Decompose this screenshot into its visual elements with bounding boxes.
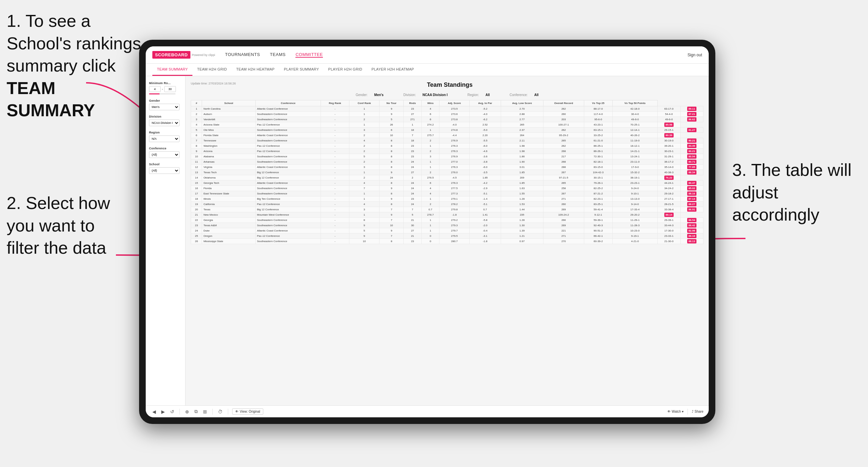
conference-select[interactable]: (All) <box>149 151 180 158</box>
school-cell: Illinois <box>202 196 256 202</box>
data-cell: 27 <box>404 170 422 175</box>
toolbar-clock[interactable]: ⏱ <box>217 408 224 415</box>
data-cell: 80.39 <box>657 133 680 138</box>
toolbar-grid[interactable]: ⊞ <box>202 408 208 415</box>
data-cell: 80.47 <box>680 181 703 186</box>
nav-committee[interactable]: COMMITTEE <box>296 52 323 58</box>
watch-btn[interactable]: 👁 Watch ▾ <box>667 410 684 413</box>
data-cell: 86-25-1 <box>584 144 612 149</box>
data-cell: 85.02 <box>680 186 703 191</box>
data-cell: 276.3 <box>439 149 470 154</box>
table-row: 16FloridaSoutheastern Conference-7924427… <box>191 186 704 191</box>
data-cell: 1 <box>422 144 439 149</box>
data-cell: - <box>321 186 349 191</box>
data-cell: 0.7 <box>469 207 501 212</box>
data-cell: 17 <box>191 191 202 196</box>
school-cell: Duke <box>202 228 256 234</box>
data-cell: 8 <box>379 239 404 244</box>
data-cell: 3 <box>349 165 379 170</box>
conference-cell: Atlantic Coast Conference <box>256 165 321 170</box>
col-school: School <box>202 100 256 106</box>
toolbar-divider-2 <box>212 409 213 415</box>
data-cell: 80.94 <box>680 154 703 159</box>
data-cell: - <box>321 234 349 239</box>
data-cell: 87.14 <box>680 196 703 202</box>
data-cell: 20 <box>191 207 202 212</box>
toolbar-forward[interactable]: ▶ <box>160 408 166 415</box>
data-cell: 1.21 <box>501 234 543 239</box>
data-cell: -5.5 <box>469 138 501 144</box>
data-cell: 0 <box>422 239 439 244</box>
score-badge: 88.34 <box>687 170 696 175</box>
data-cell: 9 <box>379 228 404 234</box>
data-cell: 24 <box>404 165 422 170</box>
score-badge: 88.13 <box>687 239 696 243</box>
conference-cell: Big Ten Conference <box>256 196 321 202</box>
school-cell: Washington <box>202 144 256 149</box>
nav-tournaments[interactable]: TOURNAMENTS <box>225 52 260 58</box>
data-cell: 278.2 <box>439 202 470 207</box>
update-time: Update time: 27/03/2024 16:56:26 <box>191 82 236 86</box>
data-cell: 24 <box>404 186 422 191</box>
data-cell: 1.55 <box>501 191 543 196</box>
share-btn[interactable]: ⤴ Share <box>692 410 704 413</box>
data-cell: 43-23-1 <box>584 122 612 127</box>
data-cell: 1.85 <box>501 170 543 175</box>
school-select[interactable]: (All) <box>149 167 180 174</box>
data-cell: 27-17-1 <box>657 196 680 202</box>
logo-box: SCOREBOARD <box>152 51 190 59</box>
data-cell: 1.90 <box>501 159 543 165</box>
data-cell: 3 <box>349 127 379 133</box>
score-badge: 86.91 <box>687 207 696 212</box>
table-row: 2AuburnSoutheastern Conference-19276273.… <box>191 112 704 117</box>
data-cell: 82-23-1 <box>584 196 612 202</box>
data-cell: -4.5 <box>439 175 470 181</box>
max-input[interactable] <box>164 86 176 92</box>
tab-team-h2h-grid[interactable]: TEAM H2H GRID <box>192 64 231 76</box>
view-original-btn[interactable]: 👁 View: Original <box>232 408 263 415</box>
data-cell: 270 <box>543 239 584 244</box>
sign-out-btn[interactable]: Sign out <box>687 53 702 57</box>
range-separator: - <box>162 88 163 91</box>
toolbar-refresh[interactable]: ↺ <box>169 408 176 415</box>
tab-team-h2h-heatmap[interactable]: TEAM H2H HEATMAP <box>231 64 279 76</box>
data-cell: 34-24-2 <box>657 186 680 191</box>
toolbar-copy[interactable]: ⧉ <box>193 408 199 415</box>
division-select[interactable]: NCAA Division I NCAA Division II NCAA Di… <box>149 120 180 126</box>
data-cell: 266 <box>543 218 584 223</box>
data-cell: -4.2 <box>469 181 501 186</box>
tab-player-h2h-heatmap[interactable]: PLAYER H2H HEATMAP <box>367 64 418 76</box>
tab-team-summary[interactable]: TEAM SUMMARY <box>152 64 192 76</box>
watch-caret: ▾ <box>682 410 684 413</box>
score-badge: 85.02 <box>687 186 696 190</box>
conference-cell: Atlantic Coast Conference <box>256 181 321 186</box>
toolbar-bookmark[interactable]: ⊕ <box>184 408 190 415</box>
data-cell: 276.9 <box>439 154 470 159</box>
tab-player-summary[interactable]: PLAYER SUMMARY <box>279 64 323 76</box>
data-cell: - <box>321 112 349 117</box>
region-select[interactable]: N/A All <box>149 135 180 142</box>
data-cell: 88.54 <box>680 218 703 223</box>
table-row: 13Texas TechBig 12 Conference-19272276.0… <box>191 170 704 175</box>
toolbar-back[interactable]: ◀ <box>151 408 157 415</box>
data-cell: 9 <box>349 234 379 239</box>
conference-cell: Southeastern Conference <box>256 159 321 165</box>
data-cell: 13-24-1 <box>612 154 657 159</box>
data-cell: - <box>321 207 349 212</box>
data-cell: 24 <box>404 191 422 196</box>
table-row: 25OregonPac-12 Conference-97210279.5-3.1… <box>191 234 704 239</box>
data-cell: 9-19-1 <box>612 234 657 239</box>
data-cell: 7 <box>349 186 379 191</box>
data-cell: - <box>321 175 349 181</box>
data-cell: 1 <box>422 228 439 234</box>
nav-teams[interactable]: TEAMS <box>270 52 285 58</box>
gender-select[interactable]: Men's Women's <box>149 104 180 110</box>
data-cell: 1 <box>422 127 439 133</box>
table-row: 20TexasBig 12 Conference-3770.7279.80.71… <box>191 207 704 212</box>
data-cell: 276.3 <box>439 181 470 186</box>
min-input[interactable] <box>149 86 161 92</box>
tab-player-h2h-grid[interactable]: PLAYER H2H GRID <box>323 64 367 76</box>
data-cell: 6 <box>422 117 439 122</box>
data-cell: 30-23-1 <box>657 149 680 154</box>
data-cell: -3.8 <box>469 159 501 165</box>
